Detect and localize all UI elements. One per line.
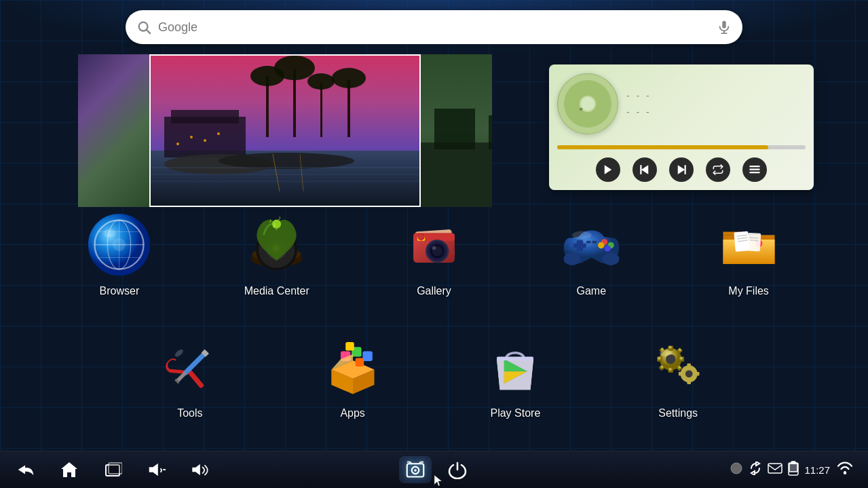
rewind-button[interactable]	[633, 157, 657, 182]
playlist-button[interactable]	[742, 157, 767, 182]
app-icon-media-center: ♪ ♪ ♪	[243, 210, 311, 278]
album-art: ♪	[557, 73, 618, 134]
svg-rect-125	[687, 381, 691, 384]
svg-point-16	[274, 56, 315, 80]
app-item-my-files[interactable]: My Files	[694, 210, 803, 297]
volume-up-button[interactable]	[187, 457, 212, 482]
app-item-gallery[interactable]: Gallery	[379, 210, 488, 297]
svg-line-93	[749, 238, 758, 238]
back-button[interactable]	[14, 457, 38, 482]
screenshot-button[interactable]	[399, 456, 432, 483]
play-pause-button[interactable]	[596, 157, 620, 182]
home-button[interactable]	[57, 457, 81, 482]
search-bar	[126, 10, 742, 44]
fast-forward-button[interactable]	[669, 157, 694, 182]
app-item-settings[interactable]: Settings	[624, 333, 732, 419]
taskbar-right: 11:27	[470, 461, 855, 478]
svg-marker-37	[641, 165, 649, 174]
app-icon-browser	[86, 210, 153, 278]
app-label-gallery: Gallery	[417, 285, 451, 297]
svg-rect-84	[592, 240, 597, 243]
music-progress-bar[interactable]	[557, 145, 806, 149]
wifi-icon	[835, 462, 854, 478]
svg-point-100	[174, 348, 185, 358]
svg-point-81	[563, 252, 580, 265]
taskbar-left	[14, 457, 399, 482]
gallery-thumb-left[interactable]	[78, 54, 149, 207]
app-item-game[interactable]: Game	[537, 210, 645, 297]
music-info: - - - - - -	[626, 90, 806, 117]
app-label-media-center: Media Center	[244, 285, 309, 297]
svg-line-94	[749, 240, 758, 240]
svg-point-134	[414, 469, 417, 472]
gallery-thumb-main[interactable]	[149, 54, 421, 207]
app-icon-my-files	[715, 210, 782, 278]
svg-rect-83	[586, 240, 591, 243]
mic-icon[interactable]	[717, 20, 732, 35]
music-title-dots: - - -	[626, 90, 806, 101]
gallery-widget	[78, 54, 492, 207]
music-artist-dots: - - -	[626, 107, 806, 117]
app-item-media-center[interactable]: ♪ ♪ ♪ Media Center	[223, 210, 331, 297]
svg-point-20	[332, 68, 366, 88]
svg-point-135	[731, 463, 742, 474]
svg-point-52	[103, 229, 116, 236]
svg-rect-116	[658, 357, 662, 362]
svg-marker-39	[678, 165, 685, 174]
time-display: 11:27	[804, 464, 830, 476]
app-item-apps[interactable]: Apps	[299, 333, 407, 419]
svg-rect-103	[362, 352, 372, 361]
app-icon-gallery	[400, 210, 468, 278]
recent-apps-button[interactable]	[100, 457, 125, 482]
svg-rect-139	[789, 464, 797, 472]
app-icon-game	[557, 210, 625, 278]
storage-icon	[788, 461, 799, 478]
app-item-browser[interactable]: Browser	[65, 210, 174, 297]
svg-rect-136	[768, 464, 782, 473]
music-progress-fill	[557, 145, 768, 149]
svg-point-11	[204, 139, 206, 142]
svg-rect-43	[750, 172, 760, 173]
music-player-widget: ♪ - - - - - -	[549, 64, 814, 190]
svg-point-74	[418, 233, 425, 240]
svg-rect-2	[722, 21, 726, 29]
svg-point-73	[432, 246, 436, 250]
svg-rect-124	[687, 364, 691, 367]
svg-rect-105	[355, 358, 364, 367]
svg-point-51	[113, 238, 126, 251]
svg-point-9	[176, 143, 179, 145]
svg-point-79	[604, 245, 611, 252]
svg-point-22	[219, 153, 354, 169]
taskbar: 11:27	[0, 451, 868, 488]
svg-point-18	[307, 73, 335, 90]
svg-rect-8	[171, 110, 239, 124]
svg-rect-127	[696, 372, 699, 375]
search-input[interactable]	[158, 20, 710, 35]
svg-rect-76	[576, 240, 583, 250]
svg-rect-114	[668, 345, 673, 350]
app-label-tools: Tools	[177, 407, 202, 419]
app-item-tools[interactable]: Tools	[136, 333, 244, 419]
power-button[interactable]	[445, 457, 470, 482]
app-item-play-store[interactable]: Play Store	[461, 333, 569, 419]
app-icon-settings	[644, 333, 712, 400]
volume-down-button[interactable]	[144, 457, 168, 482]
status-dot	[730, 462, 743, 478]
app-grid-row2: Tools Apps	[0, 333, 868, 419]
svg-rect-104	[345, 342, 354, 351]
svg-marker-36	[605, 165, 612, 174]
svg-text:♪: ♪	[578, 94, 587, 115]
taskbar-center	[399, 456, 432, 483]
music-controls	[549, 152, 814, 190]
repeat-button[interactable]	[706, 157, 730, 182]
svg-point-85	[572, 231, 592, 238]
app-label-browser: Browser	[100, 285, 140, 297]
app-label-apps: Apps	[340, 407, 364, 419]
app-icon-tools	[156, 333, 224, 400]
svg-rect-31	[489, 115, 492, 149]
svg-rect-38	[640, 165, 641, 174]
svg-rect-29	[421, 143, 492, 207]
svg-text:♪: ♪	[269, 217, 272, 224]
music-top-section: ♪ - - - - - -	[549, 64, 814, 143]
gallery-thumb-right[interactable]	[421, 54, 492, 207]
